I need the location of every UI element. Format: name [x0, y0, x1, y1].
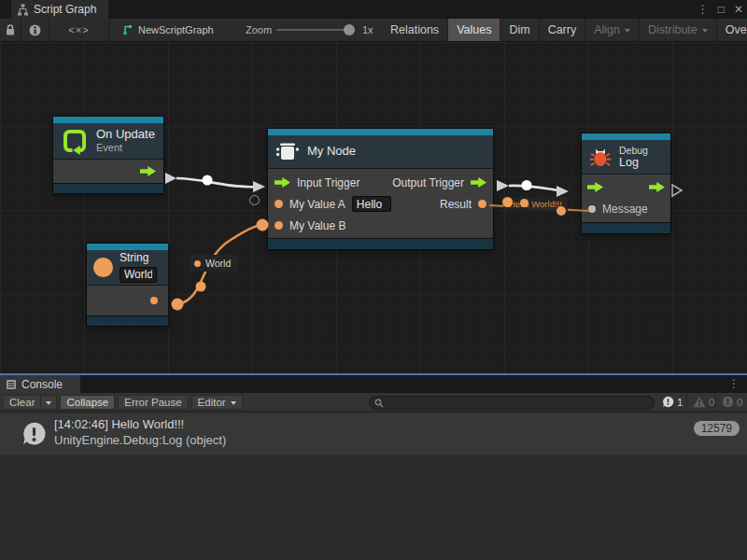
- value-dot-icon: [194, 260, 201, 267]
- value-a-input[interactable]: [352, 196, 391, 212]
- caret-down-icon: [231, 401, 236, 405]
- port-label: Input Trigger: [297, 176, 359, 189]
- node-my-node[interactable]: My Node Input Trigger Output Trigger My …: [268, 129, 493, 249]
- editor-dropdown[interactable]: Editor: [191, 395, 243, 410]
- code-icon: <×>: [68, 24, 89, 35]
- distribute-dropdown[interactable]: Distribute: [640, 19, 717, 41]
- values-button[interactable]: Values: [448, 19, 500, 41]
- error-icon: [722, 396, 734, 408]
- value-output-port[interactable]: [150, 297, 158, 304]
- lock-button[interactable]: [0, 19, 21, 41]
- node-subtitle: Log: [619, 156, 648, 169]
- window-maximize-button[interactable]: □: [718, 3, 725, 16]
- value-output-port[interactable]: [478, 200, 486, 208]
- caret-down-icon: [702, 29, 708, 33]
- console-panel: Console ⋮ Clear Collapse Error Pause Edi…: [0, 373, 747, 560]
- unity-visual-scripting-window: Script Graph ⋮ □ ✕ <×>: [0, 0, 747, 560]
- collapse-toggle[interactable]: Collapse: [60, 395, 115, 410]
- console-log-entry[interactable]: [14:02:46] Hello World!!! UnityEngine.De…: [0, 413, 747, 455]
- graph-name: NewScriptGraph: [138, 24, 214, 35]
- node-body: Message: [582, 174, 670, 222]
- warning-count: 0: [709, 397, 714, 408]
- unconnected-port-indicator[interactable]: [249, 195, 260, 205]
- node-accent-bar: [268, 129, 493, 135]
- flow-output-port[interactable]: [649, 182, 665, 192]
- zoom-slider-handle[interactable]: [344, 24, 355, 35]
- wire-value-chip-world: World: [189, 255, 238, 272]
- warning-icon: [693, 396, 706, 408]
- node-accent-bar: [582, 133, 670, 140]
- node-on-update[interactable]: On Update Event: [53, 117, 163, 193]
- wire-outputtrigger-to-debug: [497, 180, 569, 197]
- node-debug-log[interactable]: Debug Log Message: [582, 133, 670, 233]
- node-footer: [53, 183, 163, 193]
- node-body: [87, 285, 168, 315]
- node-title: My Node: [307, 145, 356, 159]
- log-collapse-count-badge: 12579: [694, 421, 740, 436]
- clear-button[interactable]: Clear: [3, 395, 41, 410]
- wire-value-text: World: [205, 258, 231, 269]
- lock-icon: [5, 23, 16, 36]
- flow-input-port[interactable]: [275, 177, 290, 188]
- node-header: Debug Log: [582, 140, 670, 174]
- code-preview-button[interactable]: <×>: [49, 19, 109, 41]
- warning-count-toggle[interactable]: 0: [686, 393, 715, 411]
- zoom-label: Zoom: [246, 19, 272, 41]
- port-label: My Value B: [289, 219, 345, 232]
- search-icon: [374, 399, 384, 408]
- flow-output-port[interactable]: [140, 166, 156, 176]
- info-count-toggle[interactable]: 1: [656, 393, 686, 411]
- info-button[interactable]: [21, 19, 49, 41]
- node-string[interactable]: String: [87, 244, 168, 326]
- string-value-input[interactable]: [120, 267, 157, 283]
- carry-button[interactable]: Carry: [540, 19, 586, 41]
- port-label: Result: [440, 198, 472, 211]
- node-title: Debug: [619, 145, 648, 156]
- error-count-toggle[interactable]: 0: [715, 393, 747, 411]
- value-flow-dot: [520, 199, 529, 207]
- value-input-port[interactable]: [275, 221, 283, 230]
- graph-canvas[interactable]: On Update Event String: [0, 42, 747, 373]
- value-input-port[interactable]: [588, 205, 596, 213]
- script-graph-icon: [17, 4, 29, 16]
- graph-tab-bar: Script Graph ⋮ □ ✕: [0, 0, 747, 19]
- string-literal-icon: [93, 258, 113, 277]
- port-row: Input Trigger Output Trigger: [268, 172, 493, 193]
- wire-onupdate-to-inputtrigger: [165, 173, 265, 192]
- console-search-box[interactable]: [369, 396, 655, 410]
- align-dropdown[interactable]: Align: [585, 19, 640, 41]
- flow-input-port[interactable]: [587, 182, 603, 192]
- zoom-slider-track[interactable]: [276, 29, 351, 31]
- tab-script-graph[interactable]: Script Graph: [11, 0, 108, 19]
- toolbar-buttons: Relations Values Dim Carry Align Distrib…: [382, 19, 747, 41]
- port-label: My Value A: [289, 198, 345, 211]
- log-line-1: [14:02:46] Hello World!!!: [54, 417, 184, 431]
- unit-box-icon: [275, 143, 300, 161]
- window-more-button[interactable]: ⋮: [698, 3, 709, 16]
- node-header: On Update Event: [53, 123, 163, 159]
- console-search-input[interactable]: [384, 397, 645, 410]
- log-line-2: UnityEngine.Debug:Log (object): [54, 433, 226, 447]
- value-flow-dot: [557, 206, 566, 216]
- port-row: My Value A Result: [268, 193, 493, 215]
- tab-console[interactable]: Console: [0, 375, 80, 393]
- relations-button[interactable]: Relations: [382, 19, 448, 41]
- node-title: On Update: [96, 128, 155, 142]
- console-menu-button[interactable]: ⋮: [728, 377, 740, 390]
- clear-dropdown[interactable]: [41, 395, 57, 410]
- graph-breadcrumb[interactable]: NewScriptGraph: [121, 19, 214, 41]
- wire-value-text: Hello World!!!: [509, 199, 562, 209]
- window-close-button[interactable]: ✕: [734, 3, 743, 16]
- info-count: 1: [677, 397, 683, 408]
- node-footer: [582, 222, 670, 233]
- overview-button[interactable]: Overview: [717, 19, 747, 41]
- node-footer: [87, 315, 168, 326]
- node-body: Input Trigger Output Trigger My Value A …: [268, 168, 493, 238]
- flow-continue-indicator: [670, 183, 684, 198]
- value-input-port[interactable]: [275, 200, 283, 208]
- port-label: Message: [602, 203, 648, 216]
- error-pause-toggle[interactable]: Error Pause: [118, 395, 188, 410]
- dim-button[interactable]: Dim: [500, 19, 539, 41]
- info-icon: [29, 24, 41, 36]
- flow-output-port[interactable]: [471, 177, 486, 188]
